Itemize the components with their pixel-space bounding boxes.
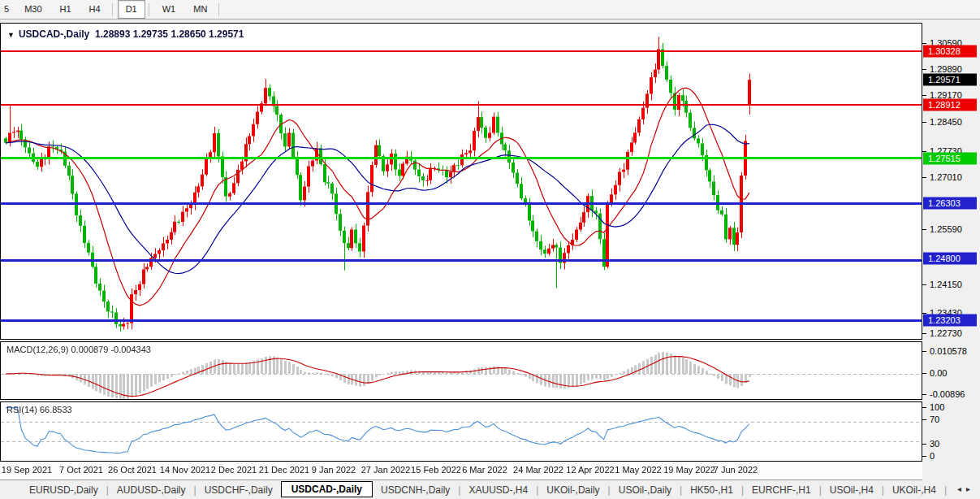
axis-tick-mark	[922, 456, 926, 457]
toolbar-separator	[149, 3, 149, 16]
chart-tab-eurusd-daily[interactable]: EURUSD-,Daily	[21, 483, 106, 497]
timeframe-button-m30[interactable]: M30	[16, 0, 50, 19]
axis-tick-mark	[922, 444, 926, 445]
date-axis: 19 Sep 20217 Oct 202126 Oct 202114 Nov 2…	[0, 462, 922, 480]
timeframe-toolbar: 5M30H1H4D1W1MN	[0, 0, 980, 20]
price-axis-label: 30	[930, 439, 939, 449]
date-axis-label: 21 Dec 2021	[259, 465, 309, 475]
price-axis-label: 1.29890	[930, 64, 962, 74]
timeframe-button-5[interactable]: 5	[2, 0, 15, 19]
chart-tab-ukoil-daily[interactable]: UKOil-,Daily	[538, 483, 607, 497]
price-axis-label: 0.010578	[930, 346, 967, 356]
chart-symbol-label: USDCAD-,Daily	[19, 28, 89, 40]
price-axis-label: 100	[930, 402, 944, 412]
price-axis-label: 70	[930, 414, 939, 424]
date-axis-label: 19 Sep 2021	[2, 465, 52, 475]
axis-tick-mark	[922, 177, 926, 178]
price-chart-pane: ▼USDCAD-,Daily 1.28893 1.29735 1.28650 1…	[0, 23, 922, 340]
price-axis-label: 1.24150	[930, 280, 962, 289]
axis-tick-mark	[922, 43, 926, 44]
price-line-badge-red: 1.28912	[923, 99, 977, 111]
date-axis-label: 24 Mar 2022	[513, 465, 563, 475]
date-axis-label: 7 Oct 2021	[59, 465, 103, 475]
date-axis-label: 19 May 2022	[663, 465, 715, 475]
rsi-label: RSI(14) 66.8533	[6, 405, 72, 414]
date-axis-label: 6 Mar 2022	[462, 465, 507, 475]
price-axis-label: 1.25590	[930, 224, 962, 234]
chart-tab-bar: EURUSD-,Daily|AUDUSD-,Daily|USDCHF-,Dail…	[0, 480, 980, 499]
rsi-canvas	[1, 402, 922, 461]
price-axis-label: 0	[930, 451, 935, 461]
tab-scroll-arrows: ◂▸	[957, 484, 975, 493]
price-axis-label: 1.28450	[930, 117, 962, 127]
date-axis-label: 12 Apr 2022	[566, 465, 614, 475]
chart-dropdown-icon[interactable]: ▼	[7, 31, 15, 39]
date-axis-label: 7 Jun 2022	[714, 465, 758, 475]
tab-separator: |	[944, 484, 947, 496]
date-axis-label: 26 Oct 2021	[108, 465, 157, 475]
price-axis: 1.305901.303281.298901.295711.291701.289…	[922, 23, 980, 462]
chart-tab-audusd-daily[interactable]: AUDUSD-,Daily	[109, 483, 194, 497]
price-line-badge-blue: 1.23203	[923, 315, 977, 327]
macd-label: MACD(12,26,9) 0.000879 -0.004343	[6, 345, 151, 354]
price-line-badge-black: 1.29571	[923, 74, 977, 86]
price-chart-canvas	[1, 24, 922, 339]
date-axis-label: 27 Jan 2022	[361, 465, 411, 475]
axis-tick-mark	[922, 407, 926, 408]
price-axis-label: 1.22730	[930, 328, 962, 338]
axis-tick-mark	[922, 229, 926, 230]
price-line-badge-blue: 1.24800	[923, 253, 977, 265]
chart-tab-eurchf-h1[interactable]: EURCHF-,H1	[744, 483, 819, 497]
chart-title: ▼USDCAD-,Daily 1.28893 1.29735 1.28650 1…	[7, 28, 244, 40]
axis-tick-mark	[922, 122, 926, 123]
axis-tick-mark	[922, 69, 926, 70]
chart-tab-usdcnh-daily[interactable]: USDCNH-,Daily	[373, 483, 458, 497]
timeframe-button-h1[interactable]: H1	[52, 0, 80, 19]
date-axis-label: 15 Feb 2022	[411, 465, 461, 475]
chart-tab-xauusd-h4[interactable]: XAUUSD-,H4	[460, 483, 536, 497]
date-axis-label: 14 Nov 2021	[160, 465, 210, 475]
chart-tab-usdcad-daily[interactable]: USDCAD-,Daily	[281, 481, 373, 497]
trading-terminal-window: 5M30H1H4D1W1MN ▼USDCAD-,Daily 1.28893 1.…	[0, 0, 980, 499]
chart-tab-usoil-h4[interactable]: USOil-,H4	[822, 483, 882, 497]
chart-tab-usdchf-daily[interactable]: USDCHF-,Daily	[196, 483, 281, 497]
date-axis-label: 2 Dec 2021	[211, 465, 257, 475]
axis-tick-mark	[922, 394, 926, 395]
date-axis-label: 9 Jan 2022	[312, 465, 356, 475]
price-axis-label: -0.00896	[930, 389, 965, 399]
rsi-indicator-pane: RSI(14) 66.8533	[0, 401, 922, 462]
price-line-badge-blue: 1.26303	[923, 197, 977, 210]
chart-tab-ukoil-h4[interactable]: UKOil-,H4	[884, 483, 944, 497]
timeframe-button-h4[interactable]: H4	[81, 0, 109, 19]
price-line-badge-green: 1.27515	[923, 153, 977, 165]
tab-scroll-right-icon[interactable]: ▸	[966, 484, 975, 493]
date-axis-label: 1 May 2022	[615, 465, 661, 475]
axis-tick-mark	[922, 351, 926, 352]
axis-tick-mark	[922, 95, 926, 96]
macd-indicator-pane: MACD(12,26,9) 0.000879 -0.004343	[0, 341, 922, 400]
axis-tick-mark	[922, 373, 926, 374]
price-axis-label: 1.27010	[930, 172, 962, 182]
axis-tick-mark	[922, 419, 926, 420]
chart-tab-hk50-h1[interactable]: HK50-,H1	[682, 483, 741, 497]
toolbar-separator	[112, 3, 113, 16]
chart-tab-usoil-daily[interactable]: USOil-,Daily	[611, 483, 680, 497]
axis-tick-mark	[922, 284, 926, 285]
chart-ohlc-values: 1.28893 1.29735 1.28650 1.29571	[95, 28, 244, 40]
timeframe-button-mn[interactable]: MN	[185, 0, 215, 19]
price-axis-label: 0.00	[930, 368, 947, 378]
tab-scroll-left-icon[interactable]: ◂	[957, 484, 966, 493]
timeframe-button-d1[interactable]: D1	[118, 0, 145, 19]
toolbar-separator	[218, 3, 219, 16]
axis-tick-mark	[922, 333, 926, 334]
price-line-badge-red: 1.30328	[923, 46, 977, 58]
timeframe-button-w1[interactable]: W1	[154, 0, 184, 19]
